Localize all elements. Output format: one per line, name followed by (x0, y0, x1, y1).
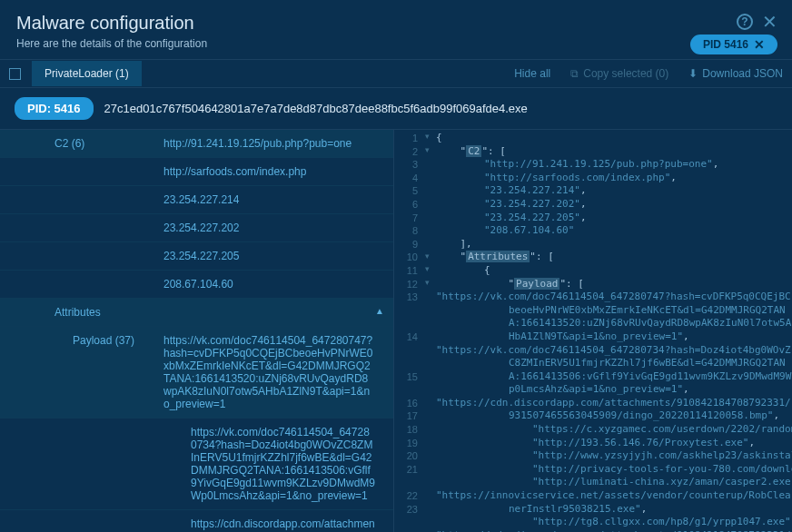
hide-all-button[interactable]: Hide all (514, 67, 550, 80)
fold-gutter: ▾ ▾ ▾ ▾ ▾ (423, 130, 436, 532)
pid-badge-close-icon[interactable]: ✕ (754, 37, 765, 52)
chevron-up-icon[interactable]: ▲ (375, 306, 384, 319)
select-all-checkbox[interactable] (9, 68, 21, 80)
list-item[interactable]: 208.67.104.60 (0, 271, 393, 299)
list-item[interactable]: https://vk.com/doc746114504_647280747?ha… (163, 334, 384, 410)
list-item[interactable]: 23.254.227.214 (0, 186, 393, 214)
line-gutter: 123456789101112131415161718192021222324 (394, 130, 423, 532)
fold-marker-icon[interactable]: ▾ (425, 264, 430, 273)
tabs-bar: PrivateLoader (1) Hide all ⧉ Copy select… (0, 59, 792, 88)
pid-row: PID: 5416 27c1ed01c767f504642801a7e7a7de… (0, 88, 792, 130)
json-code[interactable]: { "C2": [ "http://91.241.19.125/pub.php?… (436, 130, 792, 532)
fold-marker-icon[interactable]: ▾ (425, 132, 430, 141)
copy-icon: ⧉ (570, 67, 579, 80)
header: Malware configuration Here are the detai… (0, 0, 792, 59)
help-icon[interactable]: ? (737, 14, 753, 30)
list-item[interactable]: https://cdn.discordapp.com/attachments/9… (0, 510, 393, 532)
attributes-label: Attributes (9, 306, 163, 319)
fold-marker-icon[interactable]: ▾ (425, 145, 430, 154)
list-item[interactable]: 23.254.227.202 (0, 214, 393, 242)
json-viewer-panel[interactable]: 123456789101112131415161718192021222324 … (394, 130, 792, 532)
download-json-label: Download JSON (702, 67, 783, 80)
pid-highlight[interactable]: PID: 5416 (15, 97, 94, 120)
c2-label: C2 (6) (9, 137, 163, 150)
c2-section-header[interactable]: C2 (6) http://91.241.19.125/pub.php?pub=… (0, 130, 393, 158)
page-title: Malware configuration (16, 13, 776, 34)
pid-badge-label: PID 5416 (703, 38, 748, 51)
list-item[interactable]: https://vk.com/doc746114504_647280734?ha… (0, 419, 393, 510)
download-json-button[interactable]: ⬇ Download JSON (688, 67, 783, 80)
tab-privateloader[interactable]: PrivateLoader (1) (32, 61, 142, 86)
attributes-section-header[interactable]: Attributes ▲ (0, 299, 393, 327)
fold-marker-icon[interactable]: ▾ (425, 278, 430, 287)
content: C2 (6) http://91.241.19.125/pub.php?pub=… (0, 130, 792, 532)
download-icon: ⬇ (688, 67, 698, 80)
pid-badge[interactable]: PID 5416 ✕ (690, 34, 777, 54)
filename: 27c1ed01c767f504642801a7e7a7de8d87dbc87d… (104, 102, 528, 115)
list-item[interactable]: 23.254.227.205 (0, 242, 393, 271)
list-item[interactable]: http://sarfoods.com/index.php (0, 158, 393, 186)
copy-selected-label: Copy selected (0) (583, 67, 668, 80)
config-tree-panel[interactable]: C2 (6) http://91.241.19.125/pub.php?pub=… (0, 130, 394, 532)
header-actions: ? ✕ (737, 13, 777, 31)
payload-section-header[interactable]: Payload (37) https://vk.com/doc746114504… (0, 327, 393, 419)
payload-label: Payload (37) (9, 334, 163, 410)
copy-selected-button[interactable]: ⧉ Copy selected (0) (570, 67, 668, 80)
list-item[interactable]: http://91.241.19.125/pub.php?pub=one (163, 137, 384, 150)
page-subtitle: Here are the details of the configuratio… (16, 37, 776, 50)
toolbar-actions: Hide all ⧉ Copy selected (0) ⬇ Download … (514, 67, 783, 80)
fold-marker-icon[interactable]: ▾ (425, 251, 430, 261)
close-icon[interactable]: ✕ (762, 13, 777, 31)
